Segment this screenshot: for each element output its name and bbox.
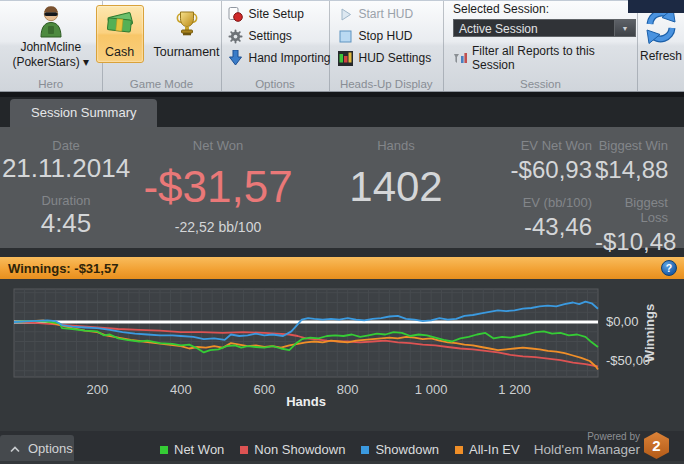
legend-label: Non Showdown [254,442,345,457]
ribbon-toolbar: JohnMcline(PokerStars) ▾ Hero Cash [0,0,684,92]
x-tick-label: 400 [170,382,192,397]
legend-label: All-In EV [469,442,520,457]
legend-swatch-icon [160,446,168,454]
stat-net-won-column: Net Won -$31,57 -22,52 bb/100 [132,127,304,235]
stop-square-icon [338,28,354,44]
date-value: 21.11.2014 [0,153,132,184]
options-group-label: Options [222,78,329,90]
legend-item-net-won[interactable]: Net Won [160,442,224,457]
tournament-trophy-icon [174,10,200,41]
session-group-label: Session [444,78,637,90]
options-button[interactable]: Options [0,435,74,461]
refresh-icon [643,7,679,48]
hud-settings-label: HUD Settings [359,51,432,65]
stat-hands-column: Hands 1402 [312,127,480,208]
legend-swatch-icon [240,446,248,454]
site-setup-label: Site Setup [249,7,304,21]
cash-button[interactable]: Cash [96,5,144,63]
legend-label: Net Won [174,442,224,457]
hud-settings-icon [338,50,354,66]
ribbon-group-session: Selected Session: Active Session ▼ Filte… [444,1,638,91]
refresh-button[interactable]: Refresh [638,1,684,91]
biggest-win-label: Biggest Win [595,138,668,153]
y-tick-label: $0,00 [606,314,639,329]
net-won-label: Net Won [132,138,304,153]
player-avatar-icon [35,5,67,38]
hud-group-label: Heads-Up Display [330,78,443,90]
legend-swatch-icon [455,446,463,454]
hero-name-label: JohnMcline(PokerStars) ▾ [12,40,89,70]
biggest-loss-value: -$10,48 [595,229,668,254]
tournament-button[interactable]: Tournament [146,5,228,63]
hands-label: Hands [312,138,480,153]
holdem-manager-window: JohnMcline(PokerStars) ▾ Hero Cash [0,0,684,464]
selected-session-label: Selected Session: [453,2,549,16]
biggest-loss-label: Biggest Loss [595,195,668,225]
stat-biggest-column: Biggest Win $14,88 Biggest Loss -$10,48 [595,127,668,254]
options-button-label: Options [28,441,73,456]
filter-reports-label: Filter all Reports to this Session [472,44,633,72]
help-icon[interactable]: ? [661,260,677,276]
stats-chart-divider [0,248,684,257]
date-label: Date [0,138,132,153]
filter-chart-icon [453,50,468,66]
hand-importing-button[interactable]: Hand Importing [228,48,331,68]
footer-bar: Options Net WonNon ShowdownShowdownAll-I… [0,431,684,461]
net-won-bb100: -22,52 bb/100 [132,219,304,235]
legend-item-all-in-ev[interactable]: All-In EV [455,442,520,457]
winnings-title: Winnings: -$31,57 [0,261,118,276]
duration-value: 4:45 [0,208,132,239]
x-tick-label: 800 [337,382,359,397]
duration-label: Duration [0,193,132,208]
y-axis-title: Winnings [642,304,657,362]
hero-group-label: Hero [0,78,102,90]
ev-bb100-value: -43,46 [478,214,592,239]
ribbon-group-hud: Start HUD Stop HUD HUD Settings Heads-Up… [330,1,444,91]
site-setup-card-icon [228,6,244,22]
hud-settings-button[interactable]: HUD Settings [338,48,432,68]
session-dropdown-value: Active Session [454,20,614,36]
ribbon-group-hero: JohnMcline(PokerStars) ▾ Hero [0,1,103,91]
chart-legend: Net WonNon ShowdownShowdownAll-In EV [160,442,504,457]
brand-label: Hold'em Manager [534,442,640,458]
x-tick-label: 1 000 [415,382,448,397]
stop-hud-button[interactable]: Stop HUD [338,26,413,46]
hm2-logo: 2 [644,432,669,459]
dropdown-arrow-icon[interactable]: ▼ [614,20,635,36]
hero-account-button[interactable]: JohnMcline(PokerStars) ▾ [12,5,89,70]
legend-label: Showdown [375,442,439,457]
ribbon-group-game-mode: Cash Tournament Gam [103,1,222,91]
gear-icon [228,28,244,44]
session-dropdown[interactable]: Active Session ▼ [453,19,636,37]
window-title-corner [628,0,684,13]
stat-date-duration-column: Date 21.11.2014 Duration 4:45 [0,127,132,239]
cash-icon [104,10,136,41]
powered-by-block: Powered by Hold'em Manager [534,431,640,458]
biggest-win-value: $14,88 [595,157,668,182]
start-hud-label: Start HUD [359,7,414,21]
ev-net-won-label: EV Net Won [478,138,592,153]
game-mode-group-label: Game Mode [103,78,221,90]
filter-reports-button[interactable]: Filter all Reports to this Session [453,44,633,72]
cash-button-label: Cash [105,45,134,59]
x-tick-label: 200 [87,382,109,397]
winnings-header-bar[interactable]: Winnings: -$31,57 ? [0,257,684,279]
legend-swatch-icon [361,446,369,454]
site-setup-button[interactable]: Site Setup [228,4,304,24]
ribbon-group-options: Site Setup Settings [222,1,330,91]
tab-session-summary[interactable]: Session Summary [10,99,157,127]
x-axis-title: Hands [286,394,326,409]
stop-hud-label: Stop HUD [359,29,413,43]
import-down-arrow-icon [228,50,244,66]
start-hud-button[interactable]: Start HUD [338,4,414,24]
powered-by-label: Powered by [534,431,640,443]
winnings-chart-svg: 2004006008001 0001 200$0,00-$50,00HandsW… [0,279,684,431]
report-tab-bar: Session Summary [0,97,684,127]
settings-button[interactable]: Settings [228,26,292,46]
hands-value: 1402 [312,166,480,208]
chevron-up-icon [10,441,20,456]
legend-item-showdown[interactable]: Showdown [361,442,439,457]
legend-item-non-showdown[interactable]: Non Showdown [240,442,345,457]
session-stats-panel: Date 21.11.2014 Duration 4:45 Net Won -$… [0,127,684,248]
refresh-label: Refresh [640,49,682,63]
